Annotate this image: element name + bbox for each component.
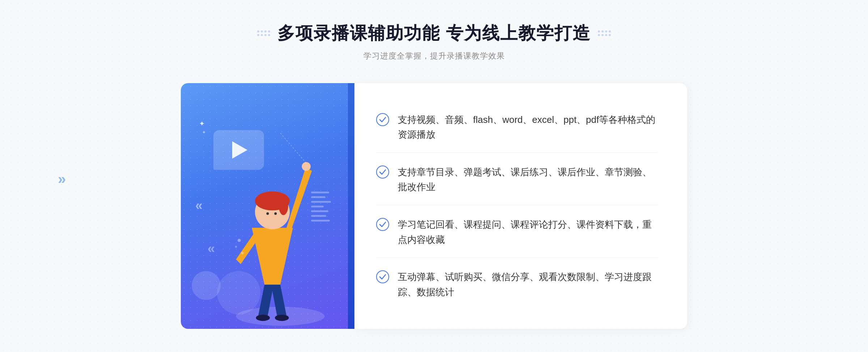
svg-point-6	[302, 162, 310, 171]
page-title: 多项录播课辅助功能 专为线上教学打造	[277, 22, 590, 45]
svg-point-11	[235, 246, 237, 248]
svg-point-7	[256, 315, 270, 321]
header: 多项录播课辅助功能 专为线上教学打造 学习进度全掌握，提升录播课教学效果	[257, 22, 610, 61]
svg-point-3	[279, 196, 288, 215]
check-icon-4	[376, 270, 389, 283]
check-icon-3	[376, 218, 389, 231]
svg-line-9	[280, 133, 306, 163]
feature-text-2: 支持章节目录、弹题考试、课后练习、课后作业、章节测验、批改作业	[398, 165, 658, 195]
svg-text:«: «	[208, 241, 215, 256]
right-dot-grid	[598, 30, 611, 36]
svg-point-16	[376, 218, 389, 231]
feature-item-4: 互动弹幕、试听购买、微信分享、观看次数限制、学习进度跟踪、数据统计	[376, 259, 658, 310]
left-decoration: »	[58, 171, 66, 187]
page-container: » 多项录播课辅助功能 专为线上教学打造 学习进度全掌握，提升录播课教学效果	[0, 0, 868, 352]
svg-point-15	[376, 166, 389, 178]
feature-item-2: 支持章节目录、弹题考试、课后练习、课后作业、章节测验、批改作业	[376, 155, 658, 205]
page-subtitle: 学习进度全掌握，提升录播课教学效果	[257, 51, 610, 61]
content-area: ✦ ✦ «	[181, 83, 687, 329]
title-row: 多项录播课辅助功能 专为线上教学打造	[257, 22, 610, 45]
svg-point-14	[376, 113, 389, 126]
left-dot-grid	[257, 30, 270, 36]
svg-point-5	[274, 212, 277, 215]
left-arrows-icon: »	[58, 171, 66, 187]
svg-point-17	[376, 271, 389, 283]
check-icon-2	[376, 166, 389, 179]
svg-point-4	[267, 212, 269, 215]
feature-text-3: 学习笔记回看、课程提问、课程评论打分、课件资料下载，重点内容收藏	[398, 217, 658, 247]
check-icon-1	[376, 113, 389, 126]
svg-point-10	[238, 239, 241, 242]
feature-text-4: 互动弹幕、试听购买、微信分享、观看次数限制、学习进度跟踪、数据统计	[398, 270, 658, 300]
feature-text-1: 支持视频、音频、flash、word、excel、ppt、pdf等各种格式的资源…	[398, 112, 658, 142]
content-panel: 支持视频、音频、flash、word、excel、ppt、pdf等各种格式的资源…	[354, 83, 687, 329]
svg-point-8	[275, 315, 289, 321]
feature-item-1: 支持视频、音频、flash、word、excel、ppt、pdf等各种格式的资源…	[376, 102, 658, 153]
person-illustration: «	[181, 108, 354, 329]
feature-item-3: 学习笔记回看、课程提问、课程评论打分、课件资料下载，重点内容收藏	[376, 207, 658, 258]
svg-point-12	[241, 252, 244, 254]
illustration-panel: ✦ ✦ «	[181, 83, 354, 329]
